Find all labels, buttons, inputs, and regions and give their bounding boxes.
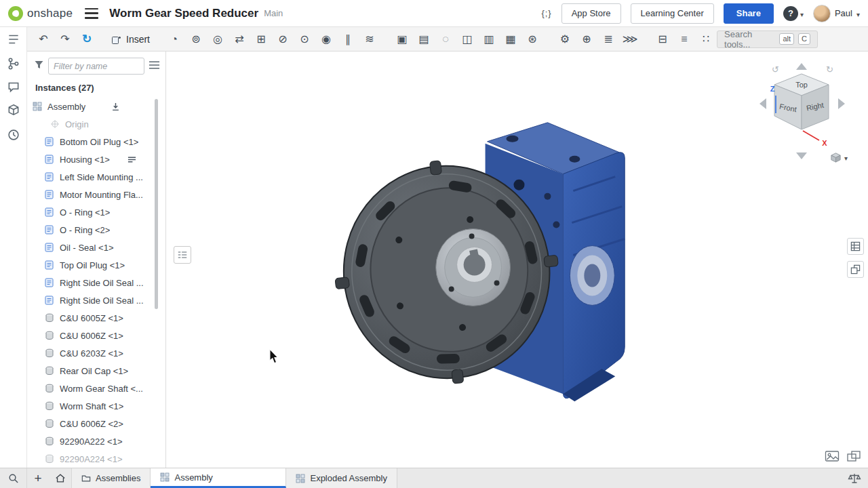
tree-item[interactable]: O - Ring <2> xyxy=(27,221,156,239)
search-tools[interactable]: Search tools... alt C xyxy=(717,30,818,48)
redo-icon[interactable]: ↷ xyxy=(54,29,76,49)
help-menu[interactable]: ? xyxy=(783,6,804,21)
pattern-icon[interactable]: ▦ xyxy=(500,29,521,49)
tree-item[interactable]: Worm Shaft <1> xyxy=(27,397,156,415)
comments-icon[interactable] xyxy=(7,80,20,94)
tree-scrollbar[interactable] xyxy=(155,99,158,309)
tree-item[interactable]: Housing <1> xyxy=(27,150,156,168)
detach-panel-icon[interactable] xyxy=(847,261,864,278)
replicate-icon[interactable]: ▣ xyxy=(391,29,413,49)
view-cube[interactable]: ↺ ↻ Top Front Right Z X xyxy=(751,58,853,166)
features-flyout-handle[interactable] xyxy=(174,246,191,264)
screw-relation-icon[interactable]: ≣ xyxy=(597,29,619,49)
app-store-button[interactable]: App Store xyxy=(561,3,621,24)
parallel-mate-icon[interactable]: ∥ xyxy=(337,29,359,49)
compare-scale-icon[interactable] xyxy=(841,468,868,488)
tree-item[interactable]: Assembly xyxy=(27,98,156,115)
output-shaft-part[interactable] xyxy=(436,229,511,306)
chevron-down-icon xyxy=(800,7,804,20)
circular-pattern-icon[interactable]: ◌ xyxy=(435,29,456,49)
tree-item-label: Motor Mounting Fla... xyxy=(60,190,143,200)
named-views-dropdown[interactable] xyxy=(830,151,848,163)
share-button[interactable]: Share xyxy=(724,3,774,24)
tree-item[interactable]: Rear Oil Cap <1> xyxy=(27,362,156,380)
tree-item-label: 92290A224 <1> xyxy=(60,454,123,464)
ball-mate-icon[interactable]: ◉ xyxy=(315,29,337,49)
viewcube-rotate-ccw-icon[interactable]: ↺ xyxy=(772,64,779,75)
home-tab-icon[interactable] xyxy=(49,468,72,488)
undo-icon[interactable]: ↶ xyxy=(33,29,54,49)
tree-item[interactable]: C&U 6006Z <2> xyxy=(27,415,156,432)
view-layers-icon[interactable] xyxy=(846,450,861,462)
document-outline-icon[interactable] xyxy=(7,33,20,46)
update-version-icon[interactable] xyxy=(111,102,120,111)
exploded-view-icon[interactable]: ⊛ xyxy=(521,29,543,49)
cylindrical-mate-icon[interactable]: ⊘ xyxy=(272,29,294,49)
mate-icon[interactable]: ◔ xyxy=(163,29,185,49)
tree-item-label: Worm Gear Shaft <... xyxy=(60,384,143,394)
tree-item[interactable]: Left Side Mounting ... xyxy=(27,168,156,186)
part-type-icon xyxy=(45,419,54,428)
learning-center-button[interactable]: Learning Center xyxy=(631,3,714,24)
parts-help-icon[interactable] xyxy=(7,103,20,117)
insert-button[interactable]: Insert xyxy=(104,29,157,49)
belt-relation-icon[interactable]: ⋙ xyxy=(619,29,641,49)
search-tabs-icon[interactable] xyxy=(0,468,27,488)
tab-exploded-assembly[interactable]: Exploded Assembly xyxy=(286,468,397,488)
tree-item[interactable]: Worm Gear Shaft <... xyxy=(27,380,156,397)
tangent-mate-icon[interactable]: ≋ xyxy=(359,29,380,49)
part-type-icon xyxy=(33,102,42,111)
filter-icon[interactable] xyxy=(34,60,44,73)
part-type-icon xyxy=(45,331,54,340)
graphics-viewport[interactable]: ↺ ↻ Top Front Right Z X xyxy=(167,52,868,468)
history-icon[interactable] xyxy=(7,128,20,142)
tree-item[interactable]: Bottom Oil Plug <1> xyxy=(27,133,156,150)
list-view-icon[interactable] xyxy=(149,60,160,73)
update-sync-icon[interactable]: ↻ xyxy=(76,29,98,49)
slider-mate-icon[interactable]: ⇄ xyxy=(229,29,250,49)
featurescript-icon[interactable]: {;} xyxy=(541,8,551,18)
workspace-name[interactable]: Main xyxy=(264,8,283,18)
tree-item[interactable]: Motor Mounting Fla... xyxy=(27,186,156,203)
drawing-icon[interactable]: ⊟ xyxy=(652,29,673,49)
tree-item[interactable]: Oil - Seal <1> xyxy=(27,239,156,256)
tab-assemblies-folder[interactable]: Assemblies xyxy=(72,468,151,488)
main-menu-icon[interactable] xyxy=(85,8,98,19)
tree-item-label: Origin xyxy=(65,119,89,129)
interference-icon[interactable]: ∷ xyxy=(695,29,717,49)
viewcube-arrow-right[interactable] xyxy=(838,98,845,109)
filter-input[interactable] xyxy=(48,58,144,75)
tab-assembly[interactable]: Assembly xyxy=(151,468,286,488)
tree-item[interactable]: 92290A222 <1> xyxy=(27,432,156,450)
tree-item[interactable]: C&U 6203Z <1> xyxy=(27,344,156,362)
bom-table-panel-icon[interactable] xyxy=(847,238,864,255)
group-icon[interactable]: ⊚ xyxy=(185,29,207,49)
tree-item[interactable]: Origin xyxy=(27,115,156,133)
viewcube-arrow-down[interactable] xyxy=(796,152,807,159)
create-tab-button[interactable]: + xyxy=(27,468,49,488)
tree-item[interactable]: C&U 6006Z <1> xyxy=(27,327,156,344)
linear-pattern-icon[interactable]: ▤ xyxy=(413,29,435,49)
tree-item[interactable]: Right Side Oil Seal ... xyxy=(27,291,156,309)
tree-item[interactable]: Right Side Oil Seal ... xyxy=(27,274,156,291)
viewcube-arrow-up[interactable] xyxy=(796,63,807,70)
user-menu[interactable]: Paul xyxy=(813,5,860,22)
fastened-mate-icon[interactable]: ◎ xyxy=(207,29,229,49)
versions-icon[interactable] xyxy=(7,57,20,70)
bom-icon[interactable]: ≡ xyxy=(673,29,695,49)
document-title: Worm Gear Speed Reducer xyxy=(109,7,258,20)
gear-relation-icon[interactable]: ⚙ xyxy=(554,29,576,49)
planar-mate-icon[interactable]: ⊞ xyxy=(250,29,272,49)
tree-item[interactable]: O - Ring <1> xyxy=(27,203,156,221)
tree-item[interactable]: Top Oil Plug <1> xyxy=(27,256,156,274)
onshape-logo[interactable]: onshape xyxy=(8,6,73,21)
tree-item[interactable]: 92290A224 <1> xyxy=(27,450,156,468)
viewcube-arrow-left[interactable] xyxy=(760,98,766,109)
tree-item[interactable]: C&U 6005Z <1> xyxy=(27,309,156,327)
rack-pinion-relation-icon[interactable]: ⊕ xyxy=(576,29,597,49)
mirror-icon[interactable]: ◫ xyxy=(456,29,478,49)
display-states-icon[interactable]: ▥ xyxy=(478,29,500,49)
viewcube-rotate-cw-icon[interactable]: ↻ xyxy=(826,64,833,75)
pin-slot-mate-icon[interactable]: ⊙ xyxy=(294,29,315,49)
render-quality-icon[interactable] xyxy=(825,450,840,462)
